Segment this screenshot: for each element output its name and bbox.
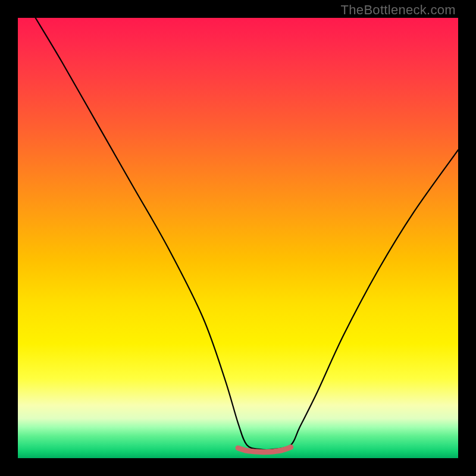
watermark-text: TheBottleneck.com	[341, 2, 456, 18]
chart-frame: TheBottleneck.com	[0, 0, 476, 476]
flat-segment	[238, 447, 291, 452]
bottleneck-curve	[36, 18, 458, 450]
curve-svg	[18, 18, 458, 458]
plot-area	[18, 18, 458, 458]
